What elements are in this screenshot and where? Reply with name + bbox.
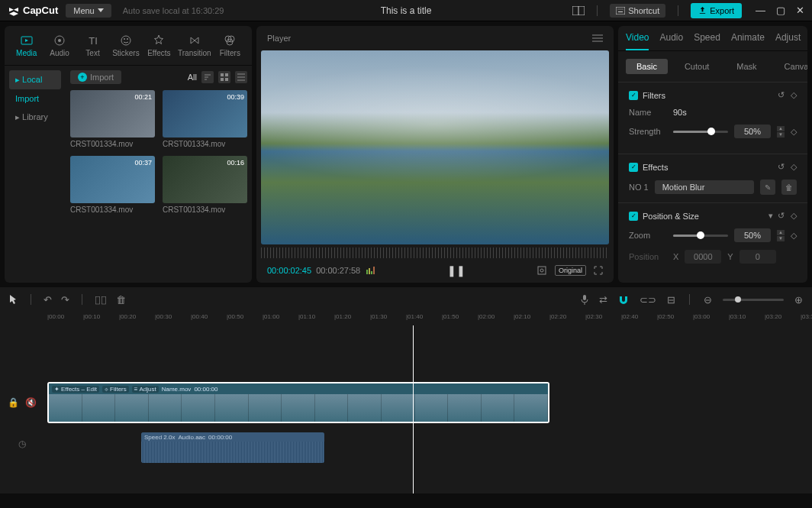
minimize-button[interactable]: —	[756, 5, 765, 16]
list-view-icon[interactable]	[235, 71, 247, 83]
mute-track-icon[interactable]: 🔇	[25, 397, 37, 408]
tab-effects[interactable]: Effects	[143, 31, 175, 60]
subtab-canvas[interactable]: Canvas	[774, 59, 807, 74]
sidebar-item-local[interactable]: ▸ Local	[9, 70, 61, 89]
play-pause-button[interactable]: ❚❚	[447, 264, 466, 277]
effects-checkbox[interactable]: ✓	[629, 163, 638, 172]
clock-icon[interactable]: ◷	[18, 438, 26, 449]
reset-icon[interactable]: ↺	[778, 211, 785, 221]
tab-audio[interactable]: Audio	[44, 31, 75, 60]
keyframe-icon[interactable]: ◇	[791, 90, 797, 100]
subtab-basic[interactable]: Basic	[626, 59, 668, 74]
layout-icon[interactable]	[572, 6, 585, 15]
tab-stickers[interactable]: Stickers	[110, 31, 141, 60]
strength-slider[interactable]	[673, 131, 728, 133]
undo-icon[interactable]: ↶	[44, 294, 52, 306]
audio-clip[interactable]: Speed 2.0x Audio.aac 00:00:00	[141, 432, 324, 463]
meters-icon[interactable]	[366, 267, 375, 274]
player-menu-icon[interactable]	[592, 34, 603, 42]
ratio-icon[interactable]	[536, 265, 547, 276]
snap-icon[interactable]: ⊂⊃	[640, 294, 656, 306]
mic-icon[interactable]	[581, 294, 588, 305]
tab-animate[interactable]: Animate	[731, 32, 765, 50]
quality-badge[interactable]: Original	[555, 265, 586, 276]
zoom-out-icon[interactable]: ⊖	[704, 294, 712, 306]
zoom-input[interactable]	[734, 228, 771, 242]
media-item[interactable]: 00:16CRST001334.mov	[163, 156, 247, 214]
audio-icon	[53, 34, 66, 47]
svg-point-15	[127, 38, 128, 40]
timeline-ruler[interactable]: |00:00|00:10|00:20|00:30|00:40|00:50|01:…	[0, 312, 812, 325]
chevron-down-icon[interactable]: ▾	[768, 211, 773, 221]
export-button[interactable]: Export	[691, 3, 742, 18]
pos-x-input[interactable]	[685, 250, 721, 264]
shortcut-button[interactable]: Shortcut	[610, 4, 665, 18]
fullscreen-icon[interactable]	[594, 266, 603, 275]
import-button[interactable]: +Import	[70, 70, 121, 84]
sort-icon[interactable]	[201, 71, 214, 83]
split-icon[interactable]: ⌷⌷	[95, 294, 107, 306]
keyframe-icon[interactable]: ◇	[791, 127, 797, 137]
project-title[interactable]: This is a title	[381, 5, 432, 16]
svg-point-3	[618, 8, 619, 9]
timeline-tracks[interactable]: 🔒 🔇 ◷ ✦ Effects – Edit ⟐ Filters ≡ Adjus…	[0, 325, 812, 493]
player-viewport[interactable]	[261, 50, 609, 244]
tab-filters[interactable]: Filters	[214, 31, 246, 60]
media-item[interactable]: 00:21CRST001334.mov	[70, 90, 155, 148]
svg-point-5	[621, 8, 622, 9]
tab-text[interactable]: TIText	[77, 31, 108, 60]
tab-transition[interactable]: Transition	[176, 31, 213, 60]
select-tool-icon[interactable]	[9, 294, 18, 305]
maximize-button[interactable]: ▢	[776, 5, 785, 16]
playhead[interactable]	[413, 325, 414, 493]
svg-rect-19	[221, 73, 224, 76]
edit-effect-icon[interactable]: ✎	[760, 180, 775, 195]
keyframe-icon[interactable]: ◇	[791, 231, 797, 241]
tab-speed[interactable]: Speed	[694, 32, 720, 50]
position-section: ✓ Position & Size ▾ ↺ ◇ Zoom ▲▼ ◇ Positi…	[618, 202, 807, 279]
align-icon[interactable]: ⊟	[667, 294, 675, 306]
media-item[interactable]: 00:37CRST001334.mov	[70, 156, 155, 214]
subtab-cutout[interactable]: Cutout	[674, 59, 720, 74]
zoom-slider[interactable]	[723, 299, 784, 301]
lock-track-icon[interactable]: 🔒	[8, 397, 19, 408]
menu-button[interactable]: Menu	[66, 4, 111, 18]
svg-point-14	[124, 38, 125, 40]
spin-down[interactable]: ▼	[777, 236, 785, 241]
strength-input[interactable]	[734, 125, 771, 138]
reset-icon[interactable]: ↺	[778, 90, 785, 100]
delete-icon[interactable]: 🗑	[116, 294, 126, 306]
tab-media[interactable]: Media	[11, 31, 42, 60]
sidebar-item-library[interactable]: ▸ Library	[9, 108, 61, 127]
total-time: 00:00:27:58	[316, 266, 360, 275]
svg-point-4	[620, 8, 620, 9]
delete-effect-icon[interactable]: 🗑	[781, 180, 797, 195]
grid-view-icon[interactable]	[218, 71, 230, 83]
redo-icon[interactable]: ↷	[61, 294, 69, 306]
keyframe-icon[interactable]: ◇	[791, 211, 797, 221]
spin-up[interactable]: ▲	[777, 230, 785, 235]
zoom-slider[interactable]	[673, 235, 728, 237]
subtab-mask[interactable]: Mask	[726, 59, 767, 74]
media-item[interactable]: 00:39CRST001334.mov	[163, 90, 247, 148]
zoom-in-icon[interactable]: ⊕	[794, 294, 803, 306]
spin-down[interactable]: ▼	[777, 132, 785, 138]
filters-checkbox[interactable]: ✓	[629, 91, 638, 100]
svg-text:TI: TI	[89, 35, 98, 47]
spin-up[interactable]: ▲	[777, 126, 785, 131]
close-button[interactable]: ✕	[796, 5, 804, 16]
position-checkbox[interactable]: ✓	[629, 212, 638, 221]
filter-all[interactable]: All	[188, 73, 197, 82]
tab-video[interactable]: Video	[626, 32, 649, 50]
reset-icon[interactable]: ↺	[778, 162, 785, 172]
topbar: CapCut Menu Auto save local at 16:30:29 …	[0, 0, 812, 21]
tab-adjust[interactable]: Adjust	[775, 32, 801, 50]
keyframe-icon[interactable]: ◇	[791, 162, 797, 172]
sidebar-item-import[interactable]: Import	[9, 89, 61, 108]
tab-audio[interactable]: Audio	[659, 32, 683, 50]
player-ruler[interactable]	[261, 248, 609, 258]
magnet-icon[interactable]	[618, 295, 629, 304]
pos-y-input[interactable]	[740, 250, 776, 264]
video-clip[interactable]: ✦ Effects – Edit ⟐ Filters ≡ Adjust Name…	[47, 382, 549, 423]
link-icon[interactable]: ⇄	[599, 294, 607, 306]
